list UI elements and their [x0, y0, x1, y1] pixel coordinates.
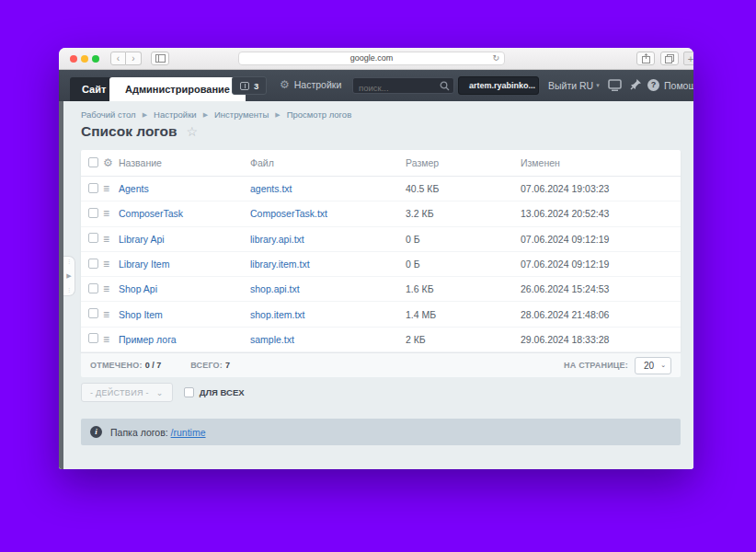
table-row: ≡ Shop Api shop.api.txt 1.6 КБ 26.06.202…: [81, 277, 681, 302]
row-checkbox[interactable]: [88, 333, 98, 343]
column-header-modified[interactable]: Изменен: [521, 157, 681, 168]
tabs-icon: [665, 54, 674, 63]
row-menu-icon[interactable]: ≡: [103, 310, 119, 319]
back-button[interactable]: ‹: [110, 52, 126, 65]
breadcrumb-link[interactable]: Рабочий стол: [81, 109, 136, 120]
row-menu-icon[interactable]: ≡: [103, 335, 119, 344]
caret-down-icon: ▾: [596, 82, 600, 89]
row-checkbox[interactable]: [88, 283, 98, 293]
log-table: ⚙ Название Файл Размер Изменен ≡ Agents …: [81, 150, 681, 352]
log-folder-link[interactable]: /runtime: [171, 427, 206, 438]
log-size: 1.6 КБ: [406, 283, 521, 294]
log-name-link[interactable]: Пример лога: [119, 334, 177, 345]
per-page-select[interactable]: 20 ⌄: [635, 357, 671, 374]
row-menu-icon[interactable]: ≡: [103, 259, 119, 269]
row-checkbox[interactable]: [88, 233, 98, 243]
help-label: Помощь: [664, 80, 693, 91]
forward-button[interactable]: ›: [126, 52, 142, 65]
desktop-view-button[interactable]: [608, 79, 622, 91]
favorite-star-icon[interactable]: ☆: [187, 124, 199, 139]
log-size: 3.2 КБ: [406, 208, 521, 219]
log-size: 2 КБ: [406, 334, 521, 345]
log-modified: 07.06.2024 09:12:19: [521, 234, 681, 245]
for-all-checkbox[interactable]: [184, 387, 194, 397]
actions-panel: - ДЕЙСТВИЯ - ⌄ ДЛЯ ВСЕХ: [81, 383, 245, 402]
settings-button[interactable]: ⚙ Настройки: [280, 79, 341, 90]
user-menu-button[interactable]: artem.ryabinko...: [458, 76, 539, 95]
for-all-label: ДЛЯ ВСЕХ: [200, 387, 245, 397]
chevron-down-icon: ⌄: [660, 362, 666, 369]
actions-dropdown[interactable]: - ДЕЙСТВИЯ - ⌄: [81, 383, 173, 402]
notifications-button[interactable]: 3: [232, 76, 267, 95]
share-button[interactable]: [636, 52, 655, 65]
table-settings-icon[interactable]: ⚙: [103, 157, 119, 168]
sidebar-icon: [155, 54, 166, 63]
logout-link[interactable]: Выйти: [548, 80, 577, 91]
log-file-link[interactable]: shop.api.txt: [250, 283, 300, 294]
row-checkbox[interactable]: [88, 183, 98, 193]
pin-panel-button[interactable]: [630, 78, 642, 90]
log-name-link[interactable]: ComposerTask: [119, 208, 183, 219]
log-file-link[interactable]: library.item.txt: [250, 259, 310, 270]
column-header-file[interactable]: Файл: [250, 157, 406, 168]
column-header-size[interactable]: Размер: [406, 157, 521, 168]
tab-administration[interactable]: Администрирование: [109, 77, 246, 101]
log-file-link[interactable]: library.api.txt: [250, 234, 304, 245]
log-file-link[interactable]: agents.txt: [250, 183, 292, 194]
row-menu-icon[interactable]: ≡: [103, 184, 119, 193]
log-file-link[interactable]: shop.item.txt: [250, 309, 305, 320]
log-name-link[interactable]: Agents: [119, 183, 149, 194]
log-modified: 29.06.2024 18:33:28: [521, 334, 681, 345]
language-selector[interactable]: RU ▾: [579, 80, 600, 91]
row-checkbox[interactable]: [88, 259, 98, 269]
desktop-background: { "browser": { "url": "google.com" }, "a…: [0, 0, 756, 552]
table-header-row: ⚙ Название Файл Размер Изменен: [81, 150, 681, 177]
log-name-link[interactable]: Shop Api: [119, 283, 157, 294]
table-row: ≡ Shop Item shop.item.txt 1.4 МБ 28.06.2…: [81, 302, 681, 327]
breadcrumb-separator-icon: ▶: [143, 111, 147, 119]
show-tabs-button[interactable]: [660, 52, 679, 65]
desktop-icon: [608, 79, 622, 91]
close-window-button[interactable]: [70, 55, 77, 63]
admin-content: ⋮ ▶ ⋮ Рабочий стол ▶ Настройки ▶ Инструм…: [59, 101, 693, 469]
language-label: RU: [579, 80, 593, 91]
log-name-link[interactable]: Shop Item: [119, 309, 163, 320]
notifications-icon: [240, 82, 249, 90]
breadcrumb-link[interactable]: Просмотр логов: [287, 109, 352, 120]
row-menu-icon[interactable]: ≡: [103, 209, 119, 218]
search-input[interactable]: [353, 81, 453, 96]
column-header-name[interactable]: Название: [119, 157, 250, 168]
for-all-option[interactable]: ДЛЯ ВСЕХ: [184, 387, 245, 397]
minimize-window-button[interactable]: [81, 55, 88, 63]
log-file-link[interactable]: ComposerTask.txt: [250, 208, 327, 219]
help-button[interactable]: ? Помощь: [647, 79, 693, 91]
log-modified: 26.06.2024 15:24:53: [521, 283, 681, 294]
checked-label: ОТМЕЧЕНО:: [90, 361, 143, 370]
log-name-link[interactable]: Library Api: [119, 234, 165, 245]
search-icon[interactable]: [440, 81, 450, 91]
row-checkbox[interactable]: [88, 208, 98, 218]
breadcrumb-link[interactable]: Инструменты: [214, 109, 269, 120]
row-menu-icon[interactable]: ≡: [103, 284, 119, 293]
address-bar[interactable]: google.com ↻: [238, 52, 505, 65]
expand-menu-handle[interactable]: ⋮ ▶ ⋮: [63, 256, 75, 296]
zoom-window-button[interactable]: [92, 55, 99, 63]
log-size: 40.5 КБ: [406, 183, 521, 194]
table-row: ≡ Library Api library.api.txt 0 Б 07.06.…: [81, 227, 681, 252]
select-all-checkbox[interactable]: [88, 157, 98, 167]
log-name-link[interactable]: Library Item: [119, 259, 169, 270]
reload-icon[interactable]: ↻: [492, 52, 499, 64]
total-value: 7: [225, 361, 230, 370]
sidebar-toggle-button[interactable]: [151, 52, 169, 65]
pin-icon: [630, 78, 642, 90]
log-modified: 07.06.2024 09:12:19: [521, 259, 681, 270]
new-tab-button[interactable]: +: [683, 52, 693, 65]
row-checkbox[interactable]: [88, 308, 98, 318]
log-file-link[interactable]: sample.txt: [250, 334, 294, 345]
breadcrumb-link[interactable]: Настройки: [154, 109, 197, 120]
admin-top-panel: Сайт Администрирование 3 ⚙ Настройки art…: [59, 70, 693, 101]
handle-dots-icon: ⋮: [66, 259, 72, 264]
row-menu-icon[interactable]: ≡: [103, 235, 119, 244]
info-label: Папка логов:: [110, 427, 168, 438]
expand-arrow-icon: ▶: [66, 272, 71, 280]
